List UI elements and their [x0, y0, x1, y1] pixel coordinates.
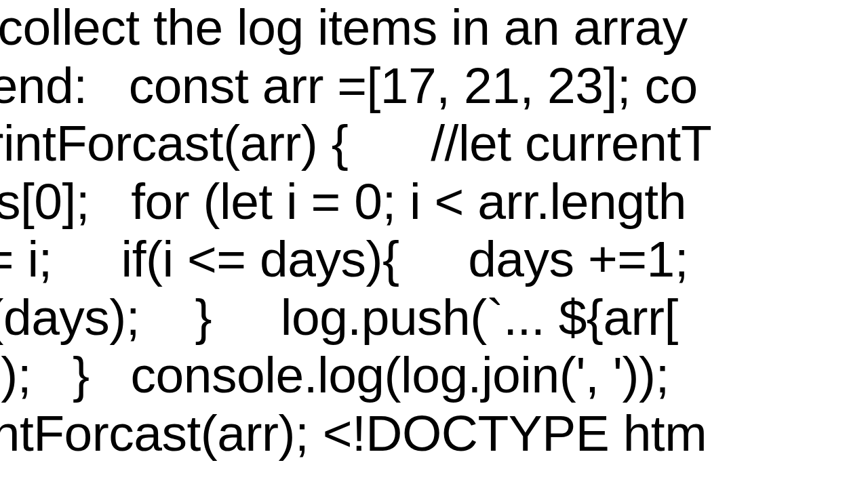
code-text-block: : Just collect the log items in an array…	[0, 0, 732, 462]
